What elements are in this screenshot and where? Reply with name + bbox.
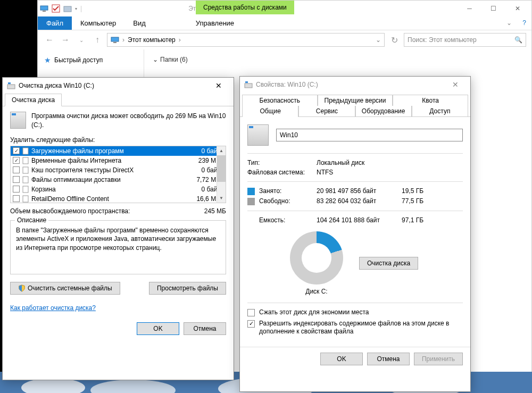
- index-label: Разрешить индексировать содержимое файло…: [259, 320, 463, 336]
- tab-computer[interactable]: Компьютер: [72, 16, 124, 30]
- ok-button[interactable]: OK: [320, 353, 363, 365]
- scroll-up-button[interactable]: ▲: [217, 146, 226, 155]
- type-label: Тип:: [247, 159, 317, 166]
- usage-pie-chart: [290, 231, 343, 285]
- tab-hardware[interactable]: Оборудование: [355, 106, 412, 116]
- search-icon[interactable]: 🔍: [514, 36, 522, 44]
- svg-rect-5: [113, 42, 117, 43]
- pc-icon: [111, 36, 119, 44]
- file-name: Файлы оптимизации доставки: [31, 176, 184, 183]
- file-checkbox[interactable]: [13, 195, 20, 202]
- file-checkbox[interactable]: ✓: [13, 157, 20, 164]
- file-list-row[interactable]: ✓Загруженные файлы программ0 байт: [11, 146, 226, 156]
- apply-button[interactable]: Применить: [414, 353, 463, 365]
- props-title: Свойства: Win10 (C:): [256, 81, 318, 88]
- cancel-button[interactable]: Отмена: [367, 353, 410, 365]
- tab-sharing[interactable]: Доступ: [412, 106, 468, 116]
- description-text: В папке "Загруженные файлы программ" вре…: [16, 226, 220, 269]
- props-titlebar[interactable]: Свойства: Win10 (C:) ✕: [240, 77, 470, 93]
- compress-checkbox[interactable]: [247, 309, 255, 316]
- tab-file[interactable]: Файл: [38, 16, 72, 30]
- ribbon-expand-icon[interactable]: ⌄: [501, 16, 517, 30]
- folders-header[interactable]: ⌄ Папки (6): [148, 54, 527, 65]
- free-color-swatch: [247, 198, 255, 205]
- tab-tools[interactable]: Сервис: [298, 106, 355, 116]
- tab-general[interactable]: Общие: [242, 106, 298, 116]
- svg-rect-12: [8, 82, 11, 84]
- ok-button[interactable]: OK: [137, 322, 179, 335]
- tab-view[interactable]: Вид: [124, 16, 154, 30]
- sidebar-item-quick-access[interactable]: ★ Быстрый доступ: [40, 54, 142, 66]
- tab-previous-versions[interactable]: Предыдущие версии: [318, 95, 393, 106]
- search-placeholder: Поиск: Этот компьютер: [408, 36, 477, 44]
- cleanup-tabs: Очистка диска: [3, 94, 234, 106]
- address-dropdown-icon[interactable]: ⌄: [376, 36, 381, 44]
- svg-rect-18: [23, 196, 28, 202]
- refresh-button[interactable]: ↻: [388, 34, 401, 46]
- address-crumb[interactable]: Этот компьютер: [128, 36, 176, 44]
- drive-icon: [244, 80, 253, 89]
- total-label: Объем высвобождаемого пространства:: [10, 207, 204, 215]
- clean-system-files-button[interactable]: Очистить системные файлы: [10, 282, 120, 295]
- folder-icon: [63, 4, 72, 13]
- props-footer: OK Отмена Применить: [240, 347, 470, 371]
- maximize-button[interactable]: ☐: [481, 1, 505, 16]
- file-list-row[interactable]: Корзина0 байт: [11, 185, 226, 194]
- file-list-row[interactable]: ✓Временные файлы Интернета239 МБ: [11, 156, 226, 165]
- close-button[interactable]: ✕: [445, 80, 466, 89]
- search-box[interactable]: Поиск: Этот компьютер 🔍: [404, 33, 526, 47]
- shield-icon: [18, 285, 26, 292]
- cleanup-titlebar[interactable]: Очистка диска Win10 (C:) ✕: [3, 78, 234, 94]
- minimize-button[interactable]: ─: [458, 1, 481, 16]
- index-checkbox[interactable]: ✓: [247, 320, 255, 328]
- explorer-titlebar: ▾ | Средства работы с дисками Этот компь…: [38, 1, 531, 16]
- recent-dropdown[interactable]: ⌄: [75, 34, 88, 46]
- star-icon: ★: [44, 56, 51, 64]
- nav-row: ← → ⌄ ↑ › Этот компьютер › ⌄ ↻ Поиск: Эт…: [38, 30, 531, 49]
- file-icon: [22, 147, 29, 155]
- disk-label: Диск C:: [290, 288, 343, 295]
- scrollbar[interactable]: ▲ ▼: [217, 146, 226, 203]
- tab-quota[interactable]: Квота: [393, 95, 468, 106]
- file-icon: [22, 186, 29, 193]
- file-checkbox[interactable]: ✓: [13, 147, 20, 154]
- capacity-bytes: 104 264 101 888 байт: [317, 216, 402, 224]
- file-icon: [22, 195, 29, 203]
- file-list-row[interactable]: Файлы оптимизации доставки7,72 МБ: [11, 175, 226, 185]
- type-value: Локальный диск: [317, 159, 364, 166]
- used-bytes: 20 981 497 856 байт: [317, 187, 402, 195]
- address-bar[interactable]: › Этот компьютер › ⌄: [107, 33, 385, 47]
- scroll-down-button[interactable]: ▼: [217, 194, 226, 203]
- dropdown-icon[interactable]: ▾: [75, 6, 77, 11]
- help-icon[interactable]: ?: [517, 16, 531, 30]
- up-button[interactable]: ↑: [91, 34, 104, 46]
- file-icon: [22, 166, 29, 174]
- svg-rect-15: [23, 167, 28, 173]
- file-list-row[interactable]: Кэш построителя текстуры DirectX0 байт: [11, 165, 226, 175]
- forward-button[interactable]: →: [59, 34, 72, 46]
- file-checkbox[interactable]: [13, 166, 20, 173]
- tab-security[interactable]: Безопасность: [242, 95, 318, 106]
- svg-rect-1: [43, 11, 46, 12]
- file-checkbox[interactable]: [13, 186, 20, 193]
- volume-name-input[interactable]: [276, 129, 463, 141]
- tab-manage[interactable]: Управление: [187, 16, 243, 30]
- fs-label: Файловая система:: [247, 169, 317, 176]
- back-button[interactable]: ←: [43, 34, 56, 46]
- how-it-works-link[interactable]: Как работает очистка диска?: [10, 304, 96, 312]
- file-list: ✓Загруженные файлы программ0 байт✓Времен…: [10, 146, 226, 203]
- free-bytes: 83 282 604 032 байт: [317, 197, 402, 205]
- file-checkbox[interactable]: [13, 176, 20, 183]
- scroll-thumb[interactable]: [217, 155, 226, 182]
- file-name: Временные файлы Интернета: [31, 157, 184, 164]
- pc-icon: [40, 4, 48, 13]
- close-button[interactable]: ✕: [505, 1, 529, 16]
- view-files-button[interactable]: Просмотреть файлы: [149, 282, 226, 295]
- close-button[interactable]: ✕: [208, 81, 229, 90]
- svg-rect-11: [7, 85, 15, 89]
- file-list-row[interactable]: RetailDemo Offline Content16,6 МБ: [11, 194, 226, 203]
- compress-label: Сжать этот диск для экономии места: [259, 308, 369, 316]
- cancel-button[interactable]: Отмена: [184, 322, 226, 335]
- tab-cleanup[interactable]: Очистка диска: [5, 94, 62, 106]
- disk-cleanup-button[interactable]: Очистка диска: [359, 257, 418, 270]
